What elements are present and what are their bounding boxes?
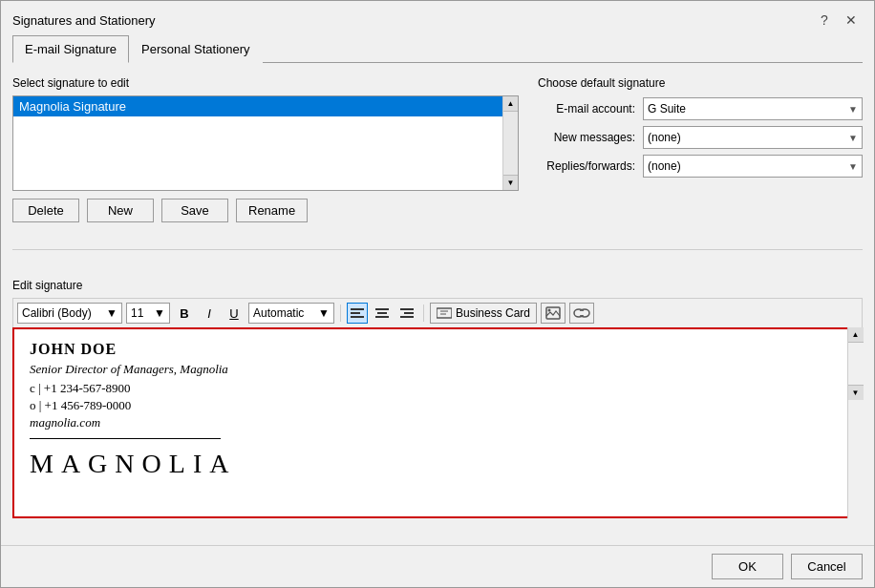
new-messages-label: New messages: <box>538 131 643 144</box>
new-button[interactable]: New <box>87 199 154 222</box>
scroll-up-btn[interactable]: ▲ <box>503 96 519 112</box>
editor-scrollbar: ▲ ▼ <box>847 327 863 518</box>
email-account-arrow: ▼ <box>848 104 858 115</box>
new-messages-row: New messages: (none) ▼ <box>538 126 863 149</box>
email-account-control: G Suite ▼ <box>643 97 863 120</box>
replies-row: Replies/forwards: (none) ▼ <box>538 155 863 178</box>
business-card-icon <box>437 307 452 319</box>
save-button[interactable]: Save <box>161 199 228 222</box>
sig-title: Senior Director of Managers, Magnolia <box>30 362 842 377</box>
insert-image-icon <box>545 306 561 320</box>
sig-divider <box>30 438 221 439</box>
new-messages-value: (none) <box>648 131 681 144</box>
font-size-arrow: ▼ <box>154 306 165 320</box>
list-scrollbar: ▲ ▼ <box>502 96 518 190</box>
replies-value: (none) <box>648 159 681 173</box>
scroll-down-btn[interactable]: ▼ <box>503 175 519 190</box>
help-button[interactable]: ? <box>813 9 836 32</box>
signature-list[interactable]: Magnolia Signature ▲ ▼ <box>12 95 519 191</box>
divider <box>12 249 863 250</box>
business-card-label: Business Card <box>456 306 530 320</box>
edit-section: Edit signature Calibri (Body) ▼ 11 ▼ B <box>12 279 863 518</box>
left-panel: Select signature to edit Magnolia Signat… <box>12 76 519 222</box>
editor-scroll-down[interactable]: ▼ <box>848 385 864 400</box>
sig-name: JOHN DOE <box>30 341 842 358</box>
choose-default-title: Choose default signature <box>538 76 863 90</box>
hyperlink-icon <box>573 306 590 320</box>
sig-website: magnolia.com <box>30 415 842 430</box>
font-size-value: 11 <box>131 306 143 320</box>
font-name-value: Calibri (Body) <box>22 306 92 320</box>
font-name-select[interactable]: Calibri (Body) ▼ <box>17 303 122 324</box>
dialog-title: Signatures and Stationery <box>12 13 156 28</box>
italic-label: I <box>207 306 211 321</box>
action-buttons: Delete New Save Rename <box>12 199 519 222</box>
main-content: Select signature to edit Magnolia Signat… <box>12 76 863 534</box>
signature-item-magnolia[interactable]: Magnolia Signature <box>13 96 518 116</box>
email-account-value: G Suite <box>648 102 686 116</box>
insert-image-button[interactable] <box>541 303 566 324</box>
dialog-body: E-mail Signature Personal Stationery Sel… <box>1 35 874 545</box>
delete-label: Delete <box>28 203 64 218</box>
svg-rect-16 <box>579 311 585 315</box>
editor-scroll-up[interactable]: ▲ <box>848 327 864 343</box>
ok-label: OK <box>738 559 757 574</box>
ok-button[interactable]: OK <box>712 554 783 579</box>
tab-personal-stationery[interactable]: Personal Stationery <box>129 35 262 63</box>
signature-toolbar: Calibri (Body) ▼ 11 ▼ B I U <box>12 298 863 327</box>
email-account-row: E-mail account: G Suite ▼ <box>538 97 863 120</box>
close-button[interactable]: ✕ <box>840 9 863 32</box>
toolbar-separator-1 <box>340 304 341 322</box>
color-label: Automatic <box>253 306 304 320</box>
dialog-footer: OK Cancel <box>1 545 874 587</box>
save-label: Save <box>181 203 209 218</box>
align-left-button[interactable] <box>347 303 368 324</box>
top-section: Select signature to edit Magnolia Signat… <box>12 76 863 222</box>
color-dropdown[interactable]: Automatic ▼ <box>248 303 334 324</box>
underline-label: U <box>229 306 238 321</box>
tab-email-signature[interactable]: E-mail Signature <box>12 35 129 63</box>
sig-cell: c | +1 234-567-8900 <box>30 381 842 396</box>
signature-editor[interactable]: JOHN DOE Senior Director of Managers, Ma… <box>12 327 863 518</box>
business-card-button[interactable]: Business Card <box>430 303 537 324</box>
color-arrow: ▼ <box>318 306 330 320</box>
tabs: E-mail Signature Personal Stationery <box>12 35 863 63</box>
font-size-select[interactable]: 11 ▼ <box>126 303 170 324</box>
underline-button[interactable]: U <box>224 303 245 324</box>
editor-wrapper: JOHN DOE Senior Director of Managers, Ma… <box>12 327 863 518</box>
edit-signature-label: Edit signature <box>12 279 863 292</box>
bold-button[interactable]: B <box>174 303 195 324</box>
replies-control: (none) ▼ <box>643 155 863 178</box>
replies-arrow: ▼ <box>848 161 858 172</box>
svg-point-13 <box>548 309 551 312</box>
email-account-select[interactable]: G Suite ▼ <box>643 97 863 120</box>
sig-logo: MAGNOLIA <box>30 449 842 479</box>
toolbar-separator-2 <box>423 304 424 322</box>
new-messages-control: (none) ▼ <box>643 126 863 149</box>
cancel-label: Cancel <box>807 559 845 574</box>
sig-office: o | +1 456-789-0000 <box>30 398 842 413</box>
new-label: New <box>108 203 133 218</box>
rename-button[interactable]: Rename <box>236 199 308 222</box>
italic-button[interactable]: I <box>199 303 220 324</box>
tab-email-signature-label: E-mail Signature <box>25 42 117 56</box>
hyperlink-button[interactable] <box>569 303 594 324</box>
tab-personal-stationery-label: Personal Stationery <box>141 42 249 56</box>
title-bar: Signatures and Stationery ? ✕ <box>1 1 874 35</box>
svg-rect-9 <box>437 308 452 318</box>
bold-label: B <box>180 306 188 321</box>
new-messages-arrow: ▼ <box>848 133 858 143</box>
align-center-icon <box>375 307 389 319</box>
align-right-button[interactable] <box>396 303 417 324</box>
cancel-button[interactable]: Cancel <box>791 554 863 579</box>
align-center-button[interactable] <box>372 303 393 324</box>
dialog: Signatures and Stationery ? ✕ E-mail Sig… <box>0 0 875 588</box>
delete-button[interactable]: Delete <box>12 199 79 222</box>
new-messages-select[interactable]: (none) ▼ <box>643 126 863 149</box>
align-right-icon <box>400 307 414 319</box>
email-account-label: E-mail account: <box>538 102 643 116</box>
align-left-icon <box>351 307 364 319</box>
replies-select[interactable]: (none) ▼ <box>643 155 863 178</box>
rename-label: Rename <box>248 203 295 218</box>
replies-label: Replies/forwards: <box>538 159 643 173</box>
